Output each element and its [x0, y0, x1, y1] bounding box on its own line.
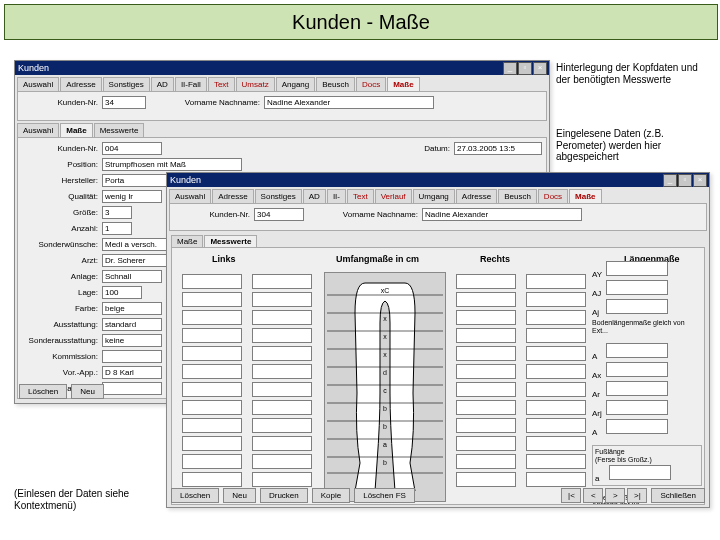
- mass-c4-2[interactable]: [526, 310, 586, 325]
- mass-c4-1[interactable]: [526, 292, 586, 307]
- nav-prev[interactable]: <: [583, 488, 603, 503]
- subtab-masse-f[interactable]: Maße: [171, 235, 203, 247]
- mass-c2-2[interactable]: [252, 310, 312, 325]
- subtab-messwerte[interactable]: Messwerte: [94, 123, 145, 137]
- mass-c4-4[interactable]: [526, 346, 586, 361]
- close-icon[interactable]: ×: [533, 62, 547, 75]
- rf-2[interactable]: [606, 299, 668, 314]
- mass-c1-11[interactable]: [182, 472, 242, 487]
- titlebar-back[interactable]: Kunden _ ▫ ×: [15, 61, 549, 75]
- ftab-3[interactable]: AD: [303, 189, 326, 203]
- mass-c3-2[interactable]: [456, 310, 516, 325]
- mass-c2-7[interactable]: [252, 400, 312, 415]
- f-neu[interactable]: Neu: [223, 488, 256, 503]
- vorname-back[interactable]: [264, 96, 434, 109]
- tab-text[interactable]: Text: [208, 77, 235, 91]
- kundenr-back[interactable]: [102, 96, 146, 109]
- rf-8[interactable]: [606, 419, 668, 434]
- mass-c4-11[interactable]: [526, 472, 586, 487]
- mass-c4-3[interactable]: [526, 328, 586, 343]
- close-icon-f[interactable]: ×: [693, 174, 707, 187]
- subtab-messwerte-f[interactable]: Messwerte: [204, 235, 257, 247]
- ftab-0[interactable]: Auswahl: [169, 189, 211, 203]
- mass-c2-1[interactable]: [252, 292, 312, 307]
- mass-c3-11[interactable]: [456, 472, 516, 487]
- mass-c3-6[interactable]: [456, 382, 516, 397]
- mass-c2-9[interactable]: [252, 436, 312, 451]
- rf-7[interactable]: [606, 400, 668, 415]
- vorname-f[interactable]: [422, 208, 582, 221]
- ftab-6[interactable]: Verlauf: [375, 189, 412, 203]
- back-loeschen[interactable]: Löschen: [19, 384, 67, 399]
- min-icon-f[interactable]: _: [663, 174, 677, 187]
- mass-c1-7[interactable]: [182, 400, 242, 415]
- min-icon[interactable]: _: [503, 62, 517, 75]
- nav-next[interactable]: >: [605, 488, 625, 503]
- rf-4[interactable]: [606, 343, 668, 358]
- mass-c3-9[interactable]: [456, 436, 516, 451]
- mass-c1-9[interactable]: [182, 436, 242, 451]
- tab-sonstiges[interactable]: Sonstiges: [103, 77, 150, 91]
- tab-angang[interactable]: Angang: [276, 77, 316, 91]
- tab-umsatz[interactable]: Umsatz: [236, 77, 275, 91]
- max-icon[interactable]: ▫: [518, 62, 532, 75]
- ftab-2[interactable]: Sonstiges: [255, 189, 302, 203]
- mass-c3-10[interactable]: [456, 454, 516, 469]
- fld-lage[interactable]: [102, 286, 142, 299]
- tab-iifall[interactable]: II-Fall: [175, 77, 207, 91]
- mass-c2-6[interactable]: [252, 382, 312, 397]
- fld-qualitaet[interactable]: [102, 190, 162, 203]
- ftab-10[interactable]: Docs: [538, 189, 568, 203]
- fld-ausstattung[interactable]: [102, 318, 162, 331]
- fld-farbe[interactable]: [102, 302, 162, 315]
- mass-c4-0[interactable]: [526, 274, 586, 289]
- ftab-8[interactable]: Adresse: [456, 189, 497, 203]
- mass-c4-10[interactable]: [526, 454, 586, 469]
- mass-c3-4[interactable]: [456, 346, 516, 361]
- ftab-11[interactable]: Maße: [569, 189, 601, 203]
- mass-c2-11[interactable]: [252, 472, 312, 487]
- rf-1[interactable]: [606, 280, 668, 295]
- mass-c1-4[interactable]: [182, 346, 242, 361]
- fld-groesse[interactable]: [102, 206, 132, 219]
- mass-c2-3[interactable]: [252, 328, 312, 343]
- mass-c3-0[interactable]: [456, 274, 516, 289]
- nav-last[interactable]: >|: [627, 488, 647, 503]
- rf-5[interactable]: [606, 362, 668, 377]
- mass-c1-3[interactable]: [182, 328, 242, 343]
- tab-auswahl[interactable]: Auswahl: [17, 77, 59, 91]
- mass-c2-8[interactable]: [252, 418, 312, 433]
- mass-c1-1[interactable]: [182, 292, 242, 307]
- fld-vorapp[interactable]: [102, 366, 162, 379]
- mass-c1-5[interactable]: [182, 364, 242, 379]
- fld-anlage[interactable]: [102, 270, 162, 283]
- mass-c4-9[interactable]: [526, 436, 586, 451]
- titlebar-front[interactable]: Kunden _ ▫ ×: [167, 173, 709, 187]
- fld-datum[interactable]: [454, 142, 542, 155]
- mass-c4-5[interactable]: [526, 364, 586, 379]
- f-schliessen[interactable]: Schließen: [651, 488, 705, 503]
- mass-c2-4[interactable]: [252, 346, 312, 361]
- f-loeschen-fs[interactable]: Löschen FS: [354, 488, 415, 503]
- ftab-4[interactable]: II-: [327, 189, 346, 203]
- fld-position[interactable]: [102, 158, 242, 171]
- fld-kommission[interactable]: [102, 350, 162, 363]
- nav-first[interactable]: |<: [561, 488, 581, 503]
- rf-6[interactable]: [606, 381, 668, 396]
- mass-c1-6[interactable]: [182, 382, 242, 397]
- mass-c3-1[interactable]: [456, 292, 516, 307]
- ftab-5[interactable]: Text: [347, 189, 374, 203]
- tab-masse[interactable]: Maße: [387, 77, 419, 91]
- tab-docs[interactable]: Docs: [356, 77, 386, 91]
- subtab-auswahl[interactable]: Auswahl: [17, 123, 59, 137]
- f-drucken[interactable]: Drucken: [260, 488, 308, 503]
- ftab-9[interactable]: Beusch: [498, 189, 537, 203]
- rf-0[interactable]: [606, 261, 668, 276]
- mass-c2-5[interactable]: [252, 364, 312, 379]
- ftab-7[interactable]: Umgang: [413, 189, 455, 203]
- f-loeschen[interactable]: Löschen: [171, 488, 219, 503]
- kundenr-f[interactable]: [254, 208, 304, 221]
- mass-c3-5[interactable]: [456, 364, 516, 379]
- tab-beusch[interactable]: Beusch: [316, 77, 355, 91]
- mass-c4-8[interactable]: [526, 418, 586, 433]
